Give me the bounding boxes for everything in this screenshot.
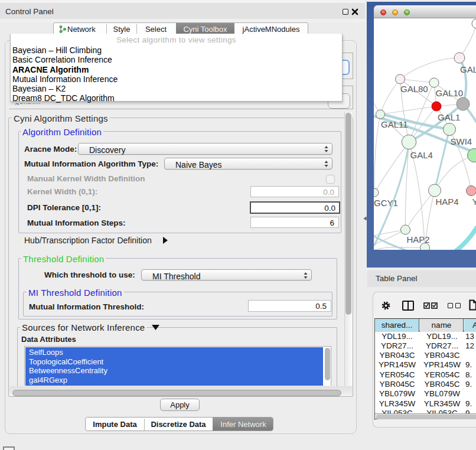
svg-text:HAP4: HAP4	[436, 197, 459, 207]
svg-text:GAL4: GAL4	[410, 150, 433, 160]
svg-text:GAL1: GAL1	[438, 112, 460, 122]
svg-text:YM: YM	[472, 197, 476, 207]
svg-text:GAL10: GAL10	[436, 88, 464, 98]
svg-text:SWI4: SWI4	[451, 136, 472, 146]
svg-text:GAL11: GAL11	[381, 119, 408, 129]
svg-text:HAP2: HAP2	[407, 234, 430, 244]
svg-text:GAL80: GAL80	[400, 84, 428, 94]
svg-text:GCY1: GCY1	[374, 198, 398, 208]
svg-text:GAL7: GAL7	[460, 64, 476, 74]
